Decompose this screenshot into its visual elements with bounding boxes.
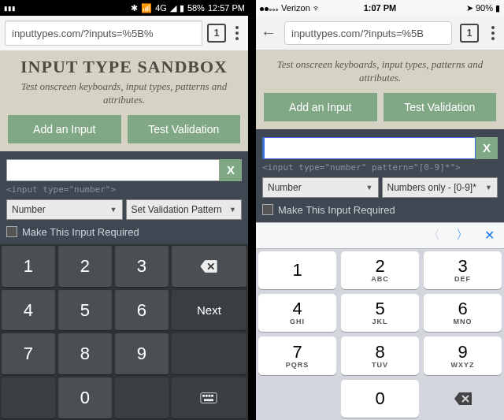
location-icon: ➤ <box>466 3 473 13</box>
next-key[interactable]: Next <box>172 290 246 331</box>
required-label: Make This Input Required <box>278 204 395 216</box>
key-8[interactable]: 8 <box>58 333 112 374</box>
key-2[interactable]: 2ABC <box>341 251 419 289</box>
overflow-menu-icon[interactable] <box>231 26 243 40</box>
status-bar: Verizon ᯤ 1:07 PM ➤ 90% ▮ <box>256 0 504 16</box>
clock: 12:57 PM <box>208 3 245 13</box>
clock: 1:07 PM <box>364 3 397 13</box>
android-phone: ▮▮▮ ✱ 📶 4G ◢ ▮ 58% 12:57 PM inputtypes.c… <box>0 0 248 420</box>
dismiss-keyboard-button[interactable]: ✕ <box>484 228 495 243</box>
app-header: INPUT TYPE SANDBOX Test onscreen keyboar… <box>0 50 248 151</box>
svg-rect-0 <box>201 393 217 403</box>
key-7[interactable]: 7 <box>2 333 55 374</box>
battery-icon: ▮ <box>180 3 184 13</box>
required-label: Make This Input Required <box>22 226 139 238</box>
page-subtitle: Test onscreen keyboards, input types, pa… <box>8 80 240 107</box>
keyboard-switch-key[interactable] <box>172 377 246 418</box>
key-9[interactable]: 9 <box>115 333 169 374</box>
url-field[interactable]: inputtypes.com/?inputs=%5B <box>284 21 452 45</box>
clear-input-button[interactable]: X <box>220 159 242 181</box>
sandbox-input[interactable] <box>262 137 476 159</box>
key-0[interactable]: 0 <box>58 377 112 418</box>
backspace-icon <box>453 391 473 407</box>
key-3[interactable]: 3 <box>115 246 169 287</box>
key-8[interactable]: 8TUV <box>341 336 419 374</box>
signal-icon: ◢ <box>170 3 176 13</box>
key-2[interactable]: 2 <box>58 246 112 287</box>
type-select[interactable]: Number▼ <box>262 177 379 198</box>
network-icon: 📶 <box>141 3 152 13</box>
key-1[interactable]: 1 <box>2 246 55 287</box>
key-6[interactable]: 6 <box>115 290 169 331</box>
key-9[interactable]: 9WXYZ <box>424 336 502 374</box>
key-5[interactable]: 5JKL <box>341 294 419 332</box>
input-config: X <input type="number"> Number▼ Set Vali… <box>0 151 248 244</box>
key-blank <box>258 380 336 418</box>
status-left-icons: ▮▮▮ <box>3 4 15 13</box>
type-select[interactable]: Number▼ <box>6 199 123 220</box>
key-4[interactable]: 4 <box>2 290 55 331</box>
key-6[interactable]: 6MNO <box>424 294 502 332</box>
back-button[interactable]: ← <box>261 24 276 42</box>
browser-toolbar: inputtypes.com/?inputs=%5B% 1 <box>0 16 248 50</box>
backspace-key[interactable] <box>424 380 502 418</box>
key-blank <box>2 377 55 418</box>
pattern-select[interactable]: Set Validation Pattern▼ <box>126 199 243 220</box>
app-header: Test onscreen keyboards, input types, pa… <box>256 50 504 129</box>
required-checkbox[interactable] <box>262 204 273 215</box>
keyboard-toolbar: 〈 〉 ✕ <box>256 222 504 249</box>
sandbox-input[interactable] <box>6 159 220 181</box>
key-blank <box>115 377 169 418</box>
backspace-key[interactable] <box>172 246 246 287</box>
android-keyboard: 1 2 3 4 5 6 Next 7 8 9 0 <box>0 244 248 420</box>
ios-keyboard: 〈 〉 ✕ 1 2ABC 3DEF 4GHI 5JKL 6MNO 7PQRS 8… <box>256 222 504 420</box>
battery-pct: 90% <box>476 3 493 13</box>
prev-field-button[interactable]: 〈 <box>428 227 440 243</box>
test-validation-button[interactable]: Test Validation <box>384 93 497 121</box>
input-config: X <input type="number" pattern="[0-9]*">… <box>256 129 504 222</box>
key-3[interactable]: 3DEF <box>424 251 502 289</box>
clear-input-button[interactable]: X <box>476 137 498 159</box>
chevron-down-icon: ▼ <box>229 206 236 214</box>
battery-pct: 58% <box>187 3 205 13</box>
tabs-button[interactable]: 1 <box>460 24 479 43</box>
carrier-label: Verizon <box>281 3 310 13</box>
ios-phone: Verizon ᯤ 1:07 PM ➤ 90% ▮ ← inputtypes.c… <box>256 0 504 420</box>
net-label: 4G <box>155 3 167 13</box>
signal-dots-icon <box>260 3 279 13</box>
key-1[interactable]: 1 <box>258 251 336 289</box>
svg-rect-1 <box>203 395 205 396</box>
backspace-icon <box>200 259 217 273</box>
required-checkbox[interactable] <box>6 226 17 237</box>
url-field[interactable]: inputtypes.com/?inputs=%5B% <box>5 20 202 46</box>
pattern-select[interactable]: Numbers only - [0-9]*▼ <box>382 177 498 198</box>
overflow-menu-icon[interactable] <box>487 26 499 40</box>
chevron-down-icon: ▼ <box>366 184 373 191</box>
add-input-button[interactable]: Add an Input <box>8 115 121 143</box>
key-7[interactable]: 7PQRS <box>258 336 336 374</box>
status-bar: ▮▮▮ ✱ 📶 4G ◢ ▮ 58% 12:57 PM <box>0 0 248 16</box>
svg-rect-3 <box>209 395 210 396</box>
chevron-down-icon: ▼ <box>110 206 117 214</box>
next-field-button[interactable]: 〉 <box>456 227 469 243</box>
input-tag-label: <input type="number"> <box>6 184 242 195</box>
chevron-down-icon: ▼ <box>485 184 492 191</box>
page-title: INPUT TYPE SANDBOX <box>8 57 240 77</box>
key-blank <box>172 333 246 374</box>
browser-toolbar: ← inputtypes.com/?inputs=%5B 1 <box>256 16 504 50</box>
svg-rect-4 <box>212 395 213 396</box>
keyboard-icon <box>200 391 217 405</box>
bluetooth-icon: ✱ <box>131 3 138 13</box>
test-validation-button[interactable]: Test Validation <box>128 115 241 143</box>
tabs-button[interactable]: 1 <box>207 24 226 43</box>
svg-rect-5 <box>205 400 213 401</box>
battery-icon: ▮ <box>495 3 500 13</box>
svg-rect-2 <box>206 395 208 396</box>
wifi-icon: ᯤ <box>313 3 321 13</box>
page-subtitle: Test onscreen keyboards, input types, pa… <box>264 58 496 85</box>
add-input-button[interactable]: Add an Input <box>264 93 377 121</box>
key-0[interactable]: 0 <box>341 380 419 418</box>
input-tag-label: <input type="number" pattern="[0-9]*"> <box>262 162 498 173</box>
key-5[interactable]: 5 <box>58 290 112 331</box>
key-4[interactable]: 4GHI <box>258 294 336 332</box>
